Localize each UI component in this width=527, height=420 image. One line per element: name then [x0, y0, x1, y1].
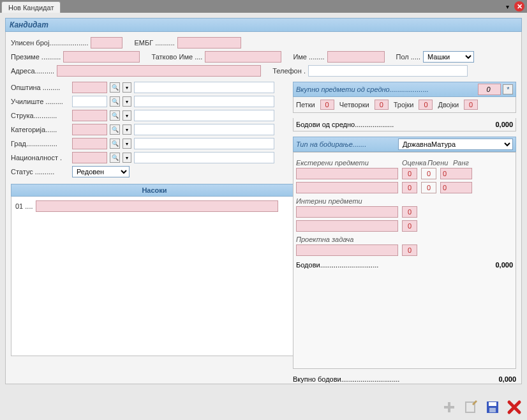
kandidat-panel: Кандидат Уписен број....................… — [5, 18, 522, 384]
tip-bodiranje-header: Тип на бодирање....... ДржавнаМатура — [293, 137, 516, 152]
ime-input[interactable] — [327, 51, 385, 63]
eksterni-ocenka-1[interactable]: 0 — [402, 168, 417, 179]
opstina-dropdown-icon[interactable]: ▾ — [122, 82, 131, 93]
tab-nov-kandidat[interactable]: Нов Кандидат — [1, 1, 61, 13]
vkupno-predmeti-header: Вкупно предмети од средно...............… — [293, 82, 516, 97]
save-icon — [486, 400, 500, 414]
eksterni-poeni-1[interactable]: 0 — [421, 168, 436, 179]
cetvorki-label: Четворки — [339, 101, 369, 109]
svg-rect-1 — [444, 406, 454, 409]
kandidat-body: Уписен број.................... ЕМБГ ...… — [5, 32, 522, 384]
eksterni-subj-1[interactable] — [296, 168, 398, 179]
interni-subj-1[interactable] — [296, 206, 398, 218]
cetvorki-value: 0 — [375, 100, 389, 110]
tab-menu-icon[interactable]: ▾ — [503, 2, 512, 11]
kategorija-text[interactable] — [134, 124, 274, 135]
vkupno-predmeti-value[interactable]: 0 — [478, 84, 501, 95]
proektna-subj-1[interactable] — [296, 244, 398, 256]
nacionalnost-dropdown-icon[interactable]: ▾ — [122, 153, 131, 163]
petki-label: Петки — [296, 101, 315, 109]
bodiranje-block: Тип на бодирање....... ДржавнаМатура Екс… — [293, 137, 516, 369]
dvojki-label: Двојки — [438, 101, 459, 109]
bodovi-value: 0,000 — [495, 261, 513, 269]
telefon-label: Телефон . — [272, 67, 306, 75]
kategorija-lookup-icon[interactable]: 🔍 — [110, 124, 120, 135]
nasoki-body: 01 .... — [11, 197, 298, 356]
row-2: Презиме .......... Татково Име .... Име … — [11, 51, 516, 63]
interni-ocenka-1[interactable]: 0 — [402, 206, 417, 218]
grad-label: Град................ — [11, 140, 70, 147]
uciliste-label: Училиште ......... — [11, 98, 70, 105]
opstina-input[interactable] — [72, 82, 107, 93]
kategorija-label: Категорија...... — [11, 126, 70, 133]
tip-bodiranje-select[interactable]: ДржавнаМатура — [398, 139, 513, 150]
tab-bar: Нов Кандидат ▾ ✕ — [0, 0, 527, 13]
prezime-input[interactable] — [63, 51, 140, 63]
embg-label: ЕМБГ .......... — [134, 39, 174, 47]
close-icon — [507, 400, 522, 415]
nacionalnost-lookup-icon[interactable]: 🔍 — [110, 153, 120, 163]
save-button[interactable] — [485, 400, 500, 415]
proektna-label: Проектна задача — [296, 236, 513, 243]
right-column: Вкупно предмети од средно...............… — [293, 82, 516, 386]
proektna-ocenka-1[interactable]: 0 — [402, 244, 417, 256]
cancel-button[interactable] — [507, 400, 522, 415]
grades-summary-row: Петки 0 Четворки 0 Тројки 0 Двојки 0 — [293, 97, 516, 113]
nasoki-panel: Насоки 01 .... — [11, 184, 298, 356]
struka-input[interactable] — [72, 110, 107, 121]
struka-lookup-icon[interactable]: 🔍 — [110, 110, 120, 121]
row-1: Уписен број.................... ЕМБГ ...… — [11, 37, 516, 49]
telefon-input[interactable] — [308, 65, 468, 77]
kategorija-dropdown-icon[interactable]: ▾ — [122, 124, 131, 135]
uciliste-input[interactable] — [72, 96, 107, 107]
nasoki-header: Насоки — [11, 184, 298, 197]
eksterni-rang-2[interactable]: 0 — [440, 182, 472, 193]
eksterni-row-2: 0 0 0 — [296, 182, 513, 193]
nacionalnost-text[interactable] — [134, 152, 274, 163]
uciliste-text[interactable] — [134, 96, 274, 107]
close-tab-button[interactable]: ✕ — [514, 1, 524, 11]
opstina-text[interactable] — [134, 82, 274, 93]
tatkovo-input[interactable] — [205, 51, 281, 63]
uciliste-dropdown-icon[interactable]: ▾ — [122, 96, 131, 107]
interni-row-1: 0 — [296, 206, 513, 218]
interni-subj-2[interactable] — [296, 220, 398, 232]
struka-text[interactable] — [134, 110, 274, 121]
grad-input[interactable] — [72, 138, 107, 149]
kandidat-header: Кандидат — [5, 18, 522, 32]
pol-select[interactable]: Машки — [423, 51, 474, 63]
eksterni-ocenka-2[interactable]: 0 — [402, 182, 417, 193]
eksterni-rang-1[interactable]: 0 — [440, 168, 472, 179]
upisen-broj-input[interactable] — [91, 37, 122, 49]
eksterni-poeni-2[interactable]: 0 — [421, 182, 436, 193]
edit-icon — [464, 400, 478, 414]
tab-bar-controls: ▾ ✕ — [503, 1, 524, 11]
adresa-input[interactable] — [57, 65, 261, 77]
embg-input[interactable] — [177, 37, 241, 49]
nacionalnost-input[interactable] — [72, 152, 107, 163]
kategorija-input[interactable] — [72, 124, 107, 135]
upisen-broj-label: Уписен број.................... — [11, 39, 88, 47]
nasoki-row-01-input[interactable] — [36, 200, 278, 212]
poeni-label: Поени — [427, 159, 449, 167]
adresa-label: Адреса.......... — [11, 67, 54, 75]
grad-lookup-icon[interactable]: 🔍 — [110, 139, 120, 149]
pol-label: Пол ..... — [396, 53, 421, 61]
nacionalnost-label: Националност . — [11, 154, 70, 161]
svg-rect-4 — [489, 402, 496, 406]
grad-dropdown-icon[interactable]: ▾ — [122, 139, 131, 149]
grad-text[interactable] — [134, 138, 274, 149]
edit-button[interactable] — [463, 400, 479, 415]
eksterni-subj-2[interactable] — [296, 182, 398, 193]
struka-dropdown-icon[interactable]: ▾ — [122, 110, 131, 121]
vkupno-predmeti-star-button[interactable]: * — [503, 84, 513, 94]
row-3: Адреса.......... Телефон . — [11, 65, 516, 77]
left-column: Општина ......... 🔍 ▾ Училиште .........… — [11, 82, 298, 356]
interni-ocenka-2[interactable]: 0 — [402, 220, 417, 232]
opstina-label: Општина ......... — [11, 84, 70, 91]
uciliste-lookup-icon[interactable]: 🔍 — [110, 96, 120, 107]
bodovi-label: Бодови.............................. — [296, 261, 378, 269]
add-button[interactable] — [442, 400, 457, 415]
opstina-lookup-icon[interactable]: 🔍 — [110, 82, 120, 93]
status-select[interactable]: Редовен — [72, 166, 130, 177]
